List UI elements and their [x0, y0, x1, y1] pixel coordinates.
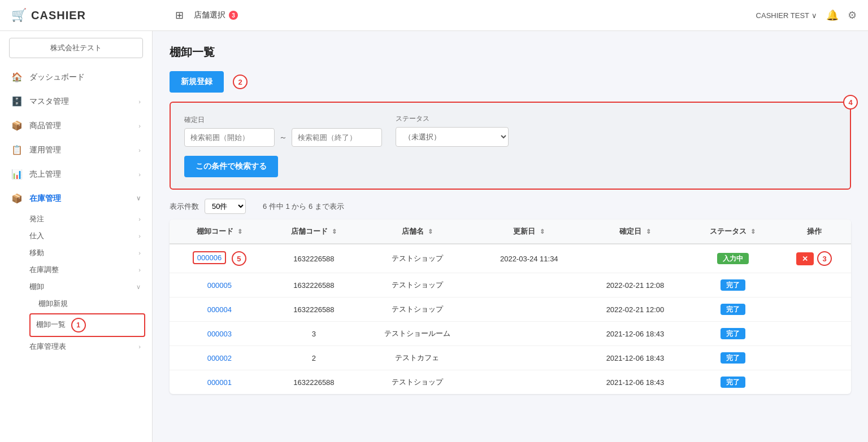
- status-badge: 完了: [721, 304, 745, 315]
- inventory-code-link[interactable]: 000004: [207, 305, 232, 314]
- table-cell-status: 完了: [688, 322, 777, 346]
- sidebar-item-master[interactable]: 🗄️ マスタ管理 ›: [0, 89, 152, 113]
- col-header-action: 操作: [777, 220, 851, 244]
- table-row: 000005 1632226588 テストショップ 2022-02-21 12:…: [170, 273, 851, 297]
- table-cell-action: [777, 297, 851, 322]
- table-cell-code: 000001: [170, 370, 270, 395]
- table-cell-confirmed: 2022-02-21 12:08: [582, 273, 688, 297]
- table-cell-store-code: 3: [270, 322, 358, 346]
- search-btn-row: この条件で検索する: [184, 156, 836, 177]
- table-cell-code: 000002: [170, 346, 270, 370]
- table-cell-action: [777, 273, 851, 297]
- table-cell-updated: [476, 297, 582, 322]
- chevron-right-icon: ›: [138, 171, 141, 178]
- header-left: 🛒 CASHIER ⊞ 店舗選択 3: [11, 7, 244, 24]
- table-cell-updated: [476, 346, 582, 370]
- status-badge: 完了: [721, 352, 745, 364]
- col-header-store-code[interactable]: 店舗コード ⇕: [270, 220, 358, 244]
- col-header-code[interactable]: 棚卸コード ⇕: [170, 220, 270, 244]
- col-header-confirmed[interactable]: 確定日 ⇕: [582, 220, 688, 244]
- sidebar-item-inventory[interactable]: 📦 在庫管理 ∨: [0, 186, 152, 211]
- search-button[interactable]: この条件で検索する: [184, 156, 278, 177]
- sub-label: 移動: [29, 248, 44, 258]
- table-cell-confirmed: 2022-02-21 12:00: [582, 297, 688, 322]
- inventory-code-link[interactable]: 000001: [207, 378, 232, 387]
- data-table: 棚卸コード ⇕ 店舗コード ⇕ 店舗名 ⇕ 更新日 ⇕ 確定日 ⇕ ステータス …: [170, 220, 851, 394]
- sort-icon: ⇕: [646, 228, 651, 235]
- status-badge: 完了: [721, 328, 745, 339]
- sidebar-sub-棚卸新規[interactable]: 棚卸新規: [0, 295, 152, 312]
- store-select-button[interactable]: 店舗選択 3: [188, 7, 244, 24]
- table-cell-action: [777, 322, 851, 346]
- table-cell-action: ✕ 3: [777, 244, 851, 273]
- sort-icon: ⇕: [750, 228, 756, 235]
- chevron-right-icon: ›: [138, 98, 141, 105]
- sidebar-sub-棚卸[interactable]: 棚卸 ∨: [0, 278, 152, 295]
- sidebar-item-dashboard[interactable]: 🏠 ダッシュボード: [0, 65, 152, 89]
- table-row: 000001 1632226588 テストショップ 2021-12-06 18:…: [170, 370, 851, 395]
- delete-button[interactable]: ✕: [796, 252, 814, 265]
- table-cell-confirmed: [582, 244, 688, 273]
- table-cell-action: [777, 370, 851, 395]
- table-cell-status: 完了: [688, 297, 777, 322]
- database-icon: 🗄️: [11, 96, 23, 107]
- inventory-icon: 📦: [11, 193, 23, 204]
- per-page-select[interactable]: 50件 10件 25件 100件: [205, 199, 246, 214]
- table-cell-store-name: テストカフェ: [358, 346, 476, 370]
- chevron-right-icon: ›: [138, 216, 141, 222]
- header-right: CASHIER TEST ∨ 🔔 ⚙: [756, 9, 857, 21]
- sidebar-sub-棚卸一覧[interactable]: 棚卸一覧 1: [29, 313, 145, 337]
- home-icon: 🏠: [11, 72, 23, 82]
- store-select-label: 店舗選択: [194, 10, 225, 20]
- chevron-down-icon: ∨: [136, 195, 141, 202]
- sidebar-item-products[interactable]: 📦 商品管理 ›: [0, 113, 152, 138]
- main-layout: 株式会社テスト 🏠 ダッシュボード 🗄️ マスタ管理 › 📦 商品管理 › 📋 …: [0, 31, 868, 442]
- action-row: ✕ 3: [785, 251, 843, 266]
- status-select[interactable]: （未選択） 入力中 完了: [396, 127, 509, 147]
- date-end-input[interactable]: [292, 128, 382, 147]
- col-header-updated[interactable]: 更新日 ⇕: [476, 220, 582, 244]
- table-cell-status: 完了: [688, 370, 777, 395]
- status-badge: 入力中: [717, 253, 749, 264]
- table-cell-code: 000005: [170, 273, 270, 297]
- sidebar-item-label: 商品管理: [29, 121, 61, 131]
- sidebar-sub-stock-adjust[interactable]: 在庫調整 ›: [0, 261, 152, 278]
- cart-icon: 🛒: [11, 8, 27, 23]
- col-header-status[interactable]: ステータス ⇕: [688, 220, 777, 244]
- table-cell-code: 000006 5: [170, 244, 270, 273]
- sub-label: 発注: [29, 214, 44, 224]
- company-name: 株式会社テスト: [9, 38, 143, 58]
- inventory-code-link[interactable]: 000006: [197, 253, 222, 262]
- bell-icon[interactable]: 🔔: [826, 9, 839, 21]
- filter-sep: ～: [279, 133, 287, 143]
- sidebar-sub-move[interactable]: 移動 ›: [0, 244, 152, 261]
- sidebar-item-label: ダッシュボード: [29, 72, 85, 82]
- inventory-code-link[interactable]: 000002: [207, 354, 232, 362]
- inventory-code-link[interactable]: 000003: [207, 330, 232, 338]
- new-register-button[interactable]: 新規登録: [170, 71, 224, 93]
- sidebar-item-operations[interactable]: 📋 運用管理 ›: [0, 138, 152, 162]
- gear-icon[interactable]: ⚙: [848, 9, 857, 21]
- new-reg-row: 新規登録 2: [170, 71, 851, 93]
- table-header-row: 棚卸コード ⇕ 店舗コード ⇕ 店舗名 ⇕ 更新日 ⇕ 確定日 ⇕ ステータス …: [170, 220, 851, 244]
- col-header-store-name[interactable]: 店舗名 ⇕: [358, 220, 476, 244]
- content: 棚卸一覧 新規登録 2 4 確定日 ～ ステータス: [153, 31, 868, 442]
- table-cell-store-name: テストショールーム: [358, 322, 476, 346]
- date-start-input[interactable]: [184, 128, 275, 147]
- annotation-5: 5: [232, 251, 246, 266]
- table-cell-code: 000004: [170, 297, 270, 322]
- sidebar-sub-order[interactable]: 発注 ›: [0, 211, 152, 227]
- chevron-down-icon: ∨: [811, 11, 817, 20]
- user-info: CASHIER TEST ∨: [756, 11, 817, 20]
- sidebar-sub-在庫管理表[interactable]: 在庫管理表 ›: [0, 338, 152, 355]
- table-cell-code: 000003: [170, 322, 270, 346]
- chevron-right-icon: ›: [138, 122, 141, 129]
- sub-label: 棚卸一覧: [36, 320, 66, 329]
- status-badge: 完了: [721, 279, 745, 291]
- inventory-code-link[interactable]: 000005: [207, 281, 232, 290]
- chart-icon: 📊: [11, 169, 23, 180]
- chevron-down-icon: ∨: [136, 283, 141, 291]
- sidebar-sub-purchase[interactable]: 仕入 ›: [0, 227, 152, 244]
- top-header: 🛒 CASHIER ⊞ 店舗選択 3 CASHIER TEST ∨ 🔔 ⚙: [0, 0, 868, 31]
- sidebar-item-sales[interactable]: 📊 売上管理 ›: [0, 162, 152, 186]
